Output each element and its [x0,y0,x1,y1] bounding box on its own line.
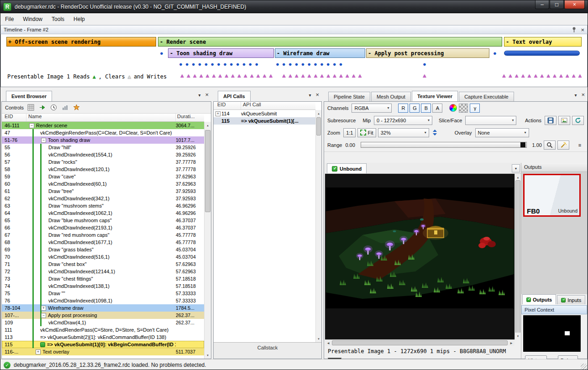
time-draws-button[interactable] [50,104,58,112]
statistics-button[interactable] [61,104,69,112]
io-tab[interactable]: Outputs [522,294,556,304]
tree-expander[interactable]: − [29,123,34,128]
pixel-context-view[interactable] [523,315,581,352]
io-tab[interactable]: Inputs [557,295,585,304]
tab-current-texture[interactable]: Unbound [327,163,367,173]
texture-list-dropdown[interactable] [512,164,520,172]
column-eid[interactable]: EID [214,102,241,109]
write-markers[interactable]: ▲▲▲▲▲▲▲▲▲▲▲▲▲ [501,73,583,79]
timeline-bar[interactable]: - Text overlay [504,37,582,47]
channel-toggle[interactable]: A [432,104,442,113]
chevron-down-icon[interactable] [198,93,200,98]
draw-event-dots[interactable]: ●●●●●●●●●●● [276,61,345,68]
slice-face-select[interactable] [465,116,516,125]
scroll-up-icon[interactable]: ▲ [515,174,521,181]
scroll-left-icon[interactable]: ◀ [325,340,331,346]
autofit-range-button[interactable] [557,141,569,150]
range-slider-handle[interactable] [520,142,525,147]
timeline-canvas[interactable]: + Off-screen scene rendering - Render sc… [0,34,588,87]
api-call-row[interactable]: + 114 vkQueueSubmit [214,110,315,117]
zoom-level-select[interactable]: 32% [378,128,429,137]
chevron-down-icon[interactable] [309,93,311,98]
panel-tab[interactable]: Pipeline State [328,92,370,101]
filter-grid-button[interactable] [27,104,35,112]
write-markers[interactable]: ▲▲▲▲▲▲▲▲▲▲▲▲▲ [281,73,363,79]
column-api-call[interactable]: API Call [241,102,315,109]
event-browser-scrollbar[interactable]: ▲ ▼ [204,122,211,359]
tab-api-calls[interactable]: API Calls [218,91,251,101]
timeline-panel-header[interactable]: Timeline - Frame #2 [0,25,588,34]
resize-grip[interactable] [581,364,587,370]
texture-canvas[interactable] [325,174,514,339]
channel-toggle[interactable]: B [421,104,431,113]
menu-item[interactable]: Tools [47,14,69,24]
event-row[interactable]: 116-... + Text overlay 511.7037 [2,348,204,355]
scroll-right-icon[interactable]: ▶ [508,340,514,346]
toolbar-overflow-button[interactable]: ≡ [576,141,584,149]
menu-item[interactable]: File [0,14,18,24]
panel-tab[interactable]: Mesh Output [371,92,411,101]
api-calls-scrollbar[interactable]: ▲ ▼ [315,110,321,342]
api-call-row[interactable]: 115 => vkQueueSubmit(1)[... [214,117,315,125]
scroll-up-icon[interactable]: ▲ [316,110,321,117]
menu-item[interactable]: Window [18,14,47,24]
gamma-button[interactable]: γ [470,104,480,113]
scroll-down-icon[interactable]: ▼ [515,333,521,339]
panel-tab[interactable]: Texture Viewer [412,91,458,101]
checkerboard-background-button[interactable] [459,104,468,113]
scrollbar-thumb[interactable] [332,340,508,345]
goto-eid-button[interactable] [38,104,47,112]
draw-event-dots[interactable]: ● [423,61,429,68]
panel-tab[interactable]: Capture Executable [459,92,514,101]
maximize-button[interactable]: □ [550,0,564,9]
range-max-value[interactable]: 1.00 [532,142,542,148]
scrollbar-thumb[interactable] [515,180,520,333]
texture-horizontal-scrollbar[interactable]: ◀ ▶ [325,339,514,346]
menu-item[interactable]: Help [69,14,89,24]
draw-event-dots[interactable]: ●●●●●●●●●●●●● [179,61,261,68]
range-slider[interactable] [361,142,527,148]
refresh-button[interactable] [572,116,584,125]
close-button[interactable]: × [564,0,585,9]
column-duration[interactable]: Durati... [176,114,204,121]
tree-expander[interactable]: − [41,138,46,143]
column-eid[interactable]: EID [2,114,26,121]
event-dot[interactable]: ● [493,50,497,57]
fb0-thumbnail[interactable]: FB0 Unbound [523,174,581,217]
callstack-section[interactable]: Callstack [214,342,321,359]
range-min-value[interactable]: 0.00 [345,142,355,148]
column-name[interactable]: Name [26,114,176,121]
timeline-close-icon[interactable] [581,26,584,33]
texture-vertical-scrollbar[interactable]: ▲ ▼ [514,174,521,339]
scroll-down-icon[interactable]: ▼ [316,335,321,342]
timeline-bar[interactable]: - Render scene [158,37,502,47]
close-icon[interactable] [581,93,585,98]
tree-expander[interactable]: + [36,349,41,354]
scrollbar-thumb[interactable] [316,117,321,135]
zoom-1to1-button[interactable]: 1:1 [343,128,356,137]
tree-expander[interactable]: − [41,313,46,318]
scrollbar-thumb[interactable] [205,130,210,212]
write-markers[interactable]: ▲ [422,73,428,79]
hdr-mul-button[interactable] [449,104,457,112]
bookmark-button[interactable] [73,104,81,112]
timeline-bar[interactable]: + Off-screen scene rendering [6,37,156,47]
open-image-button[interactable] [558,116,570,125]
save-texture-button[interactable] [545,116,556,125]
write-markers[interactable]: ▲▲▲▲▲▲▲▲▲▲▲▲▲▲▲ [179,73,274,79]
mip-select[interactable]: 0 - 1272x690 [374,116,432,125]
pin-icon[interactable] [571,26,577,33]
tree-expander[interactable]: + [215,111,220,116]
fit-button[interactable]: Fit [357,128,376,137]
titlebar[interactable]: debugmarker.rdc - RenderDoc Unofficial r… [0,0,588,13]
tree-expander[interactable]: + [41,306,46,311]
close-icon[interactable] [315,93,319,98]
timeline-event-pill[interactable] [504,51,580,56]
chevron-down-icon[interactable] [574,93,577,98]
channels-select[interactable]: RGBA [352,104,392,113]
scroll-down-icon[interactable]: ▼ [205,352,211,359]
channel-toggle[interactable]: R [398,104,408,113]
overlay-select[interactable]: None [475,128,529,137]
tab-event-browser[interactable]: Event Browser [6,91,52,101]
event-dot[interactable]: ● [160,50,163,57]
